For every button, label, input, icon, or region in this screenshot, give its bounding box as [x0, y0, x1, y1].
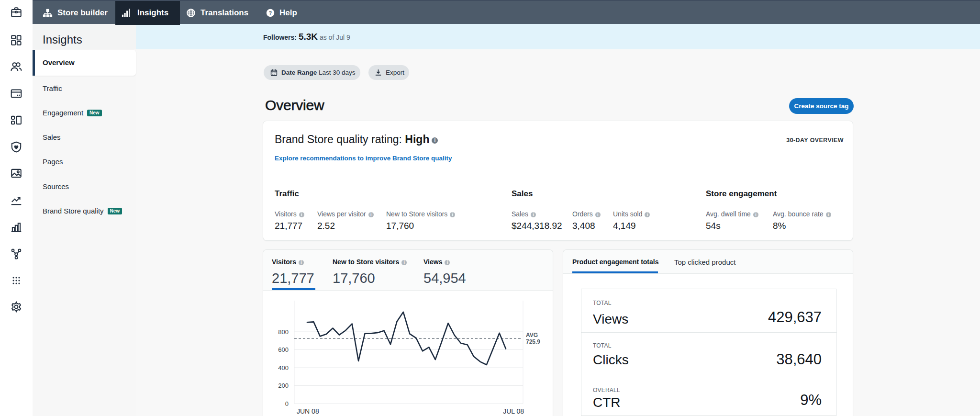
svg-text:0: 0	[285, 400, 289, 407]
svg-text:200: 200	[278, 382, 289, 389]
svg-text:600: 600	[278, 346, 289, 353]
svg-text:JUN 08: JUN 08	[297, 407, 319, 415]
svg-text:AVG: AVG	[526, 332, 538, 338]
svg-text:725.9: 725.9	[526, 338, 540, 345]
svg-text:400: 400	[278, 364, 289, 371]
svg-text:JUL 08: JUL 08	[503, 407, 524, 415]
svg-text:?: ?	[269, 10, 272, 16]
svg-text:800: 800	[278, 328, 289, 336]
